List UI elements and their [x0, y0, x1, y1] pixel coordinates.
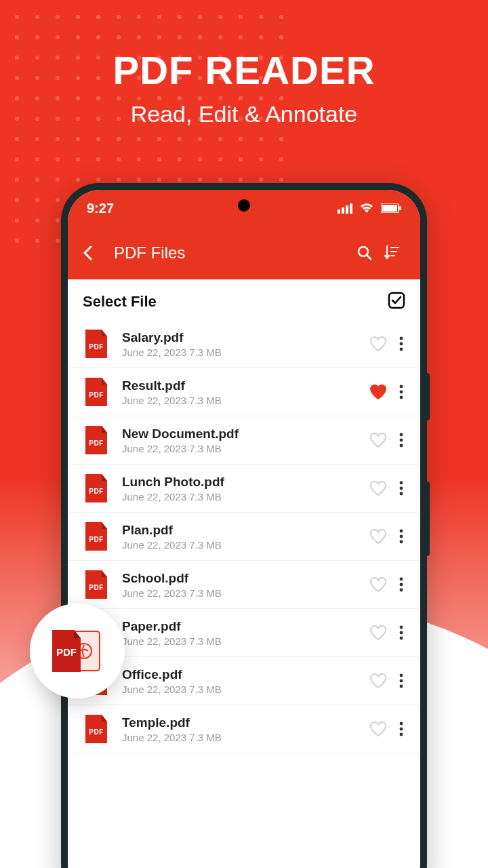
- pdf-file-icon: PDF: [83, 425, 110, 456]
- file-subtitle: June 22, 2023 7.3 MB: [122, 684, 365, 695]
- pdf-badge-text: PDF: [83, 488, 110, 495]
- file-subtitle: June 22, 2023 7.3 MB: [122, 587, 365, 599]
- promo-text: PDF READER Read, Edit & Annotate: [0, 47, 488, 127]
- header-title: PDF Files: [114, 243, 351, 262]
- kebab-icon: [399, 384, 403, 399]
- more-options-button[interactable]: [392, 336, 411, 351]
- kebab-icon: [399, 722, 403, 736]
- phone-side-button: [427, 481, 430, 556]
- cellular-signal-icon: [338, 203, 352, 214]
- svg-point-18: [400, 481, 403, 485]
- svg-point-35: [400, 733, 403, 736]
- svg-point-26: [400, 589, 403, 592]
- svg-point-22: [400, 535, 403, 538]
- favorite-button[interactable]: [365, 625, 392, 641]
- file-subtitle: June 22, 2023 7.3 MB: [122, 491, 365, 502]
- favorite-button[interactable]: [365, 480, 392, 496]
- file-row[interactable]: PDF Plan.pdf June 22, 2023 7.3 MB: [68, 513, 420, 561]
- svg-point-9: [400, 337, 403, 340]
- svg-rect-1: [342, 208, 344, 214]
- svg-point-19: [400, 487, 403, 490]
- file-meta: New Document.pdf June 22, 2023 7.3 MB: [122, 427, 365, 454]
- file-subtitle: June 22, 2023 7.3 MB: [122, 347, 365, 358]
- pdf-file-icon: PDF: [83, 713, 110, 745]
- pdf-badge-text: PDF: [83, 584, 110, 591]
- kebab-icon: [399, 433, 403, 448]
- favorite-button[interactable]: [365, 673, 392, 689]
- promo-title: PDF READER: [0, 47, 488, 93]
- battery-icon: [381, 203, 401, 213]
- file-name: New Document.pdf: [122, 427, 365, 441]
- svg-point-12: [400, 385, 403, 389]
- svg-point-30: [400, 674, 403, 677]
- svg-point-16: [400, 439, 403, 442]
- back-button[interactable]: [83, 245, 104, 260]
- search-button[interactable]: [351, 245, 378, 261]
- file-list: PDF Salary.pdf June 22, 2023 7.3 MB PDF: [68, 320, 420, 753]
- heart-icon: [369, 528, 387, 545]
- more-options-button[interactable]: [392, 529, 411, 544]
- favorite-button[interactable]: [365, 576, 392, 593]
- promo-subtitle: Read, Edit & Annotate: [0, 101, 488, 127]
- file-row[interactable]: PDF Temple.pdf June 22, 2023 7.3 MB: [68, 705, 420, 753]
- file-name: Temple.pdf: [122, 715, 365, 730]
- pdf-file-icon: PDF: [83, 376, 110, 408]
- phone-mockup: 9:27 PDF Files Select File: [61, 183, 427, 868]
- favorite-button[interactable]: [365, 528, 392, 545]
- svg-point-31: [400, 679, 403, 683]
- more-options-button[interactable]: [392, 577, 411, 592]
- kebab-icon: [399, 577, 403, 592]
- file-row[interactable]: PDF Salary.pdf June 22, 2023 7.3 MB: [68, 320, 420, 368]
- kebab-icon: [399, 336, 403, 351]
- pdf-file-icon: PDF: [83, 328, 110, 359]
- pdf-file-icon: PDF: [83, 569, 110, 600]
- favorite-button[interactable]: [365, 384, 392, 400]
- heart-icon: [369, 625, 387, 641]
- svg-point-20: [400, 492, 403, 496]
- sort-button[interactable]: [378, 245, 405, 261]
- more-options-button[interactable]: [392, 625, 411, 640]
- checkbox-checked-icon: [388, 292, 405, 309]
- svg-rect-0: [338, 210, 340, 214]
- select-all-button[interactable]: [388, 292, 405, 312]
- status-time: 9:27: [87, 201, 114, 216]
- file-name: Office.pdf: [122, 667, 365, 682]
- more-options-button[interactable]: [392, 384, 411, 399]
- more-options-button[interactable]: [392, 481, 411, 496]
- file-meta: School.pdf June 22, 2023 7.3 MB: [122, 571, 365, 599]
- more-options-button[interactable]: [392, 722, 411, 736]
- svg-rect-3: [350, 203, 352, 214]
- sort-icon: [384, 245, 400, 261]
- file-name: Lunch Photo.pdf: [122, 475, 365, 490]
- svg-point-32: [400, 685, 403, 688]
- file-list-content: Select File PDF Salary.pdf June 22, 2023…: [68, 279, 420, 868]
- heart-icon: [369, 336, 387, 352]
- pdf-badge-text: PDF: [83, 439, 110, 447]
- svg-point-23: [400, 540, 403, 544]
- svg-point-27: [400, 626, 403, 629]
- svg-point-11: [400, 348, 403, 351]
- favorite-button[interactable]: [365, 721, 392, 737]
- more-options-button[interactable]: [392, 433, 411, 448]
- file-row[interactable]: PDF New Document.pdf June 22, 2023 7.3 M…: [68, 416, 420, 465]
- file-subtitle: June 22, 2023 7.3 MB: [122, 732, 365, 743]
- favorite-button[interactable]: [365, 432, 392, 448]
- file-row[interactable]: PDF Result.pdf June 22, 2023 7.3 MB: [68, 368, 420, 416]
- file-meta: Office.pdf June 22, 2023 7.3 MB: [122, 667, 365, 695]
- file-subtitle: June 22, 2023 7.3 MB: [122, 395, 365, 406]
- kebab-icon: [399, 481, 403, 496]
- file-name: Plan.pdf: [122, 523, 365, 538]
- chevron-left-icon: [83, 245, 92, 260]
- more-options-button[interactable]: [392, 673, 411, 688]
- file-row[interactable]: PDF School.pdf June 22, 2023 7.3 MB: [68, 561, 420, 609]
- heart-icon: [369, 673, 387, 689]
- phone-side-button: [427, 373, 430, 420]
- file-meta: Result.pdf June 22, 2023 7.3 MB: [122, 378, 365, 406]
- heart-icon: [369, 384, 387, 400]
- favorite-button[interactable]: [365, 336, 392, 352]
- kebab-icon: [399, 625, 403, 640]
- pdf-badge-text: PDF: [83, 343, 110, 351]
- heart-icon: [369, 480, 387, 496]
- file-row[interactable]: PDF Lunch Photo.pdf June 22, 2023 7.3 MB: [68, 465, 420, 513]
- file-name: Result.pdf: [122, 378, 365, 393]
